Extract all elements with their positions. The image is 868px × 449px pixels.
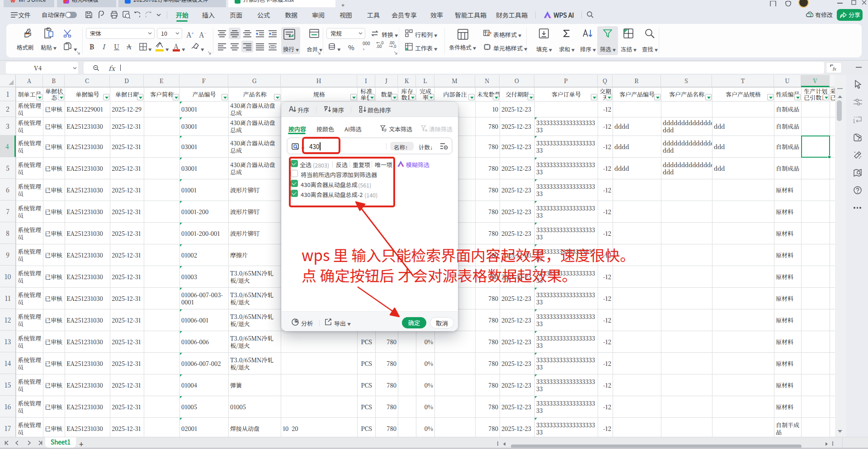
- svg-text:fx: fx: [833, 66, 836, 71]
